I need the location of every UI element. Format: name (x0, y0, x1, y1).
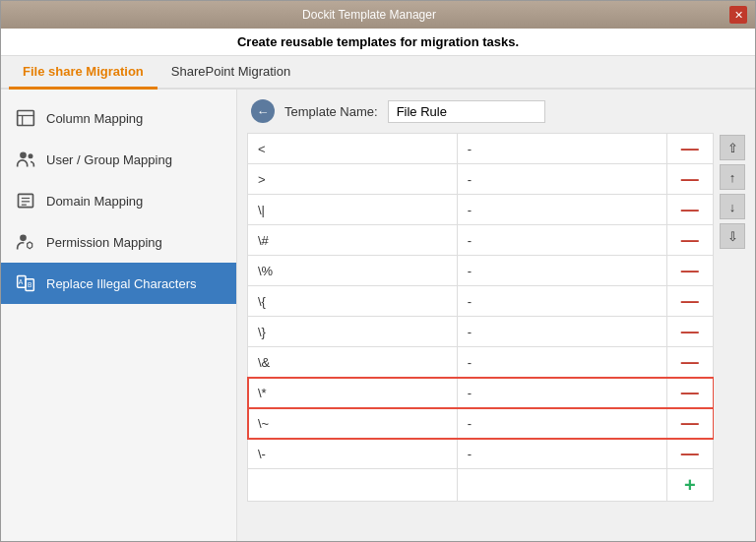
table-area: <-—>-—\|-—\#-—\%-—\{-—\}-—\&-—\*-—\~-—\-… (237, 133, 755, 541)
window-title: Dockit Template Manager (9, 8, 729, 22)
char-cell[interactable]: \% (248, 256, 458, 286)
action-cell: — (666, 195, 713, 225)
replace-cell[interactable]: - (457, 134, 666, 164)
char-cell[interactable]: \# (248, 225, 458, 256)
remove-row-button[interactable]: — (681, 140, 699, 157)
replace-cell[interactable]: - (457, 195, 666, 225)
tab-bar: File share Migration SharePoint Migratio… (1, 56, 755, 90)
move-down-button[interactable]: ↓ (720, 194, 745, 219)
svg-text:B: B (28, 281, 32, 288)
replace-cell[interactable]: - (457, 225, 666, 256)
sidebar-item-user-group-mapping[interactable]: User / Group Mapping (1, 139, 236, 180)
replace-cell[interactable]: - (457, 164, 666, 195)
replace-cell[interactable]: - (457, 439, 666, 469)
remove-row-button[interactable]: — (681, 445, 699, 462)
user-shield-icon (15, 231, 36, 253)
tab-sharepoint[interactable]: SharePoint Migration (158, 56, 304, 90)
table-icon (15, 107, 36, 129)
back-button[interactable]: ← (251, 99, 275, 123)
remove-row-button[interactable]: — (681, 323, 699, 340)
char-cell[interactable]: < (248, 134, 458, 164)
action-cell: — (666, 164, 713, 195)
sidebar-item-label: Replace Illegal Characters (46, 276, 196, 291)
replace-icon: A B (15, 272, 36, 294)
remove-row-button[interactable]: — (681, 384, 699, 401)
side-controls: ⇧ ↑ ↓ ⇩ (720, 133, 745, 531)
table-row: \*-— (248, 378, 714, 408)
char-cell[interactable]: > (248, 164, 458, 195)
table-row: >-— (248, 164, 714, 195)
action-cell: — (666, 225, 713, 256)
table-row: \%-— (248, 256, 714, 286)
table-container: <-—>-—\|-—\#-—\%-—\{-—\}-—\&-—\*-—\~-—\-… (247, 133, 714, 531)
template-name-label: Template Name: (284, 104, 378, 119)
move-top-button[interactable]: ⇧ (720, 135, 745, 160)
replace-cell[interactable]: - (457, 408, 666, 439)
template-name-input[interactable] (388, 100, 545, 123)
svg-rect-0 (18, 111, 34, 126)
main-window: Dockit Template Manager ✕ Create reusabl… (0, 0, 756, 542)
table-row: \#-— (248, 225, 714, 256)
svg-point-3 (20, 152, 27, 159)
char-cell[interactable]: \{ (248, 286, 458, 317)
sidebar-item-label: User / Group Mapping (46, 152, 172, 167)
remove-row-button[interactable]: — (681, 262, 699, 279)
sidebar: Column Mapping User / Group Mapping (1, 90, 237, 541)
svg-text:A: A (19, 278, 24, 285)
replace-cell[interactable]: - (457, 286, 666, 317)
main-content: Column Mapping User / Group Mapping (1, 90, 755, 541)
remove-row-button[interactable]: — (681, 201, 699, 218)
action-cell: — (666, 408, 713, 439)
sidebar-item-domain-mapping[interactable]: Domain Mapping (1, 180, 236, 221)
char-cell[interactable]: \} (248, 317, 458, 347)
content-area: ← Template Name: <-—>-—\|-—\#-—\%-—\{-—\… (237, 90, 755, 541)
users-icon (15, 149, 36, 170)
replace-cell[interactable]: - (457, 347, 666, 378)
svg-point-4 (29, 153, 33, 158)
action-cell: — (666, 256, 713, 286)
sidebar-item-label: Permission Mapping (46, 235, 162, 250)
remove-row-button[interactable]: — (681, 414, 699, 432)
table-row: \~-— (248, 408, 714, 439)
action-cell: — (666, 134, 713, 164)
table-row: \&-— (248, 347, 714, 378)
table-row: \{-— (248, 286, 714, 317)
replace-cell[interactable] (457, 469, 666, 502)
subtitle: Create reusable templates for migration … (1, 29, 755, 56)
data-table: <-—>-—\|-—\#-—\%-—\{-—\}-—\&-—\*-—\~-—\-… (247, 133, 714, 502)
sidebar-item-replace-illegal-chars[interactable]: A B Replace Illegal Characters (1, 263, 236, 304)
sidebar-item-permission-mapping[interactable]: Permission Mapping (1, 221, 236, 263)
sidebar-item-label: Column Mapping (46, 111, 143, 126)
move-bottom-button[interactable]: ⇩ (720, 223, 745, 249)
remove-row-button[interactable]: — (681, 292, 699, 310)
move-up-button[interactable]: ↑ (720, 164, 745, 190)
close-button[interactable]: ✕ (729, 6, 747, 24)
char-cell[interactable]: \* (248, 378, 458, 408)
char-cell[interactable]: \- (248, 439, 458, 469)
action-cell: — (666, 286, 713, 317)
char-cell[interactable] (248, 469, 458, 502)
replace-cell[interactable]: - (457, 317, 666, 347)
replace-cell[interactable]: - (457, 256, 666, 286)
remove-row-button[interactable]: — (681, 353, 699, 371)
table-row: \}-— (248, 317, 714, 347)
sidebar-item-column-mapping[interactable]: Column Mapping (1, 97, 236, 139)
remove-row-button[interactable]: — (681, 170, 699, 188)
action-cell: — (666, 347, 713, 378)
svg-point-9 (20, 235, 27, 242)
add-row-button[interactable]: + (684, 475, 696, 495)
char-cell[interactable]: \& (248, 347, 458, 378)
tab-fileshare[interactable]: File share Migration (9, 56, 158, 90)
table-row: <-— (248, 134, 714, 164)
action-cell: + (666, 469, 713, 502)
table-row: \--— (248, 439, 714, 469)
action-cell: — (666, 317, 713, 347)
remove-row-button[interactable]: — (681, 231, 699, 249)
content-header: ← Template Name: (237, 90, 755, 133)
char-cell[interactable]: \| (248, 195, 458, 225)
action-cell: — (666, 439, 713, 469)
action-cell: — (666, 378, 713, 408)
char-cell[interactable]: \~ (248, 408, 458, 439)
sidebar-item-label: Domain Mapping (46, 194, 143, 209)
replace-cell[interactable]: - (457, 378, 666, 408)
